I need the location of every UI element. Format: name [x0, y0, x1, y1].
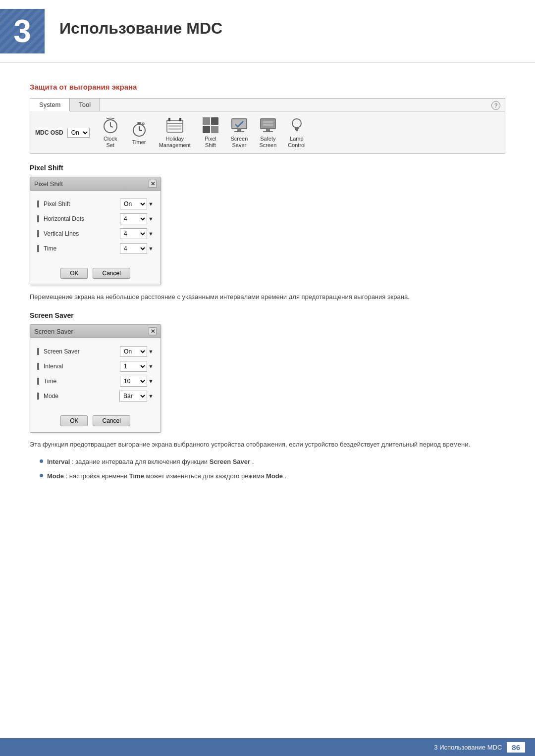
bullet-after-0: .	[252, 458, 254, 465]
tool-timer[interactable]: Timer	[126, 118, 152, 148]
screen-saver-close-button[interactable]: ✕	[149, 327, 157, 335]
screen-saver-description: Эта функция предотвращает выгорание экра…	[30, 440, 505, 450]
ss-row-indicator-1	[37, 363, 39, 370]
bullet-list: Interval : задание интервала для включен…	[40, 457, 505, 482]
pixel-shift-row-0: Pixel Shift OnOff ▼	[37, 199, 154, 209]
svg-rect-27	[261, 119, 275, 128]
svg-line-4	[113, 118, 114, 119]
bullet-mode-ref: Mode	[266, 472, 283, 480]
svg-rect-19	[211, 117, 218, 125]
svg-rect-36	[295, 129, 298, 130]
tool-screen-saver[interactable]: ScreenSaver	[226, 114, 252, 151]
row-indicator-3	[37, 245, 39, 252]
help-button[interactable]: ?	[491, 101, 500, 110]
pixel-shift-select-3[interactable]: 4123	[120, 243, 147, 254]
screen-saver-select-2[interactable]: 1051520	[120, 376, 147, 387]
mdc-osd-label: MDC OSD	[35, 129, 63, 136]
chapter-number: 3	[13, 15, 31, 47]
ss-dropdown-arrow-0: ▼	[148, 349, 154, 354]
bullet-item-mode: Mode : настройка времени Time может изме…	[40, 471, 505, 482]
tab-system[interactable]: System	[30, 99, 70, 111]
mdc-panel-wrapper: System Tool MDC OSD On Off	[30, 98, 505, 154]
pixel-shift-dropdown-arrow-1: ▼	[148, 216, 154, 222]
pixel-shift-dialog-footer: OK Cancel	[30, 263, 160, 285]
bullet-time-ref: Time	[129, 472, 144, 480]
screen-saver-dialog-footer: OK Cancel	[30, 410, 160, 432]
lamp-control-label: LampControl	[288, 136, 305, 149]
bullet-text-1: Mode : настройка времени Time может изме…	[47, 471, 286, 482]
tool-lamp-control[interactable]: LampControl	[284, 114, 310, 151]
pixel-shift-label-3: Time	[37, 245, 120, 252]
screen-saver-heading: Screen Saver	[30, 311, 505, 319]
bullet-term-interval: Interval	[47, 458, 70, 465]
svg-rect-23	[232, 119, 246, 128]
screen-saver-label: ScreenSaver	[230, 136, 248, 149]
lamp-control-icon	[288, 116, 306, 134]
footer-page-number: 86	[507, 742, 525, 753]
tool-holiday-management[interactable]: HolidayManagement	[155, 114, 195, 151]
bullet-screenSaver-ref: Screen Saver	[210, 458, 250, 465]
timer-icon	[130, 120, 148, 138]
pixel-shift-close-button[interactable]: ✕	[149, 180, 157, 188]
mdc-panel: System Tool MDC OSD On Off	[30, 98, 505, 154]
screen-saver-select-0[interactable]: OnOff	[120, 346, 147, 357]
ss-dropdown-arrow-1: ▼	[148, 363, 154, 369]
tool-safety-screen[interactable]: SafetyScreen	[255, 114, 281, 151]
svg-point-9	[142, 123, 144, 125]
screen-saver-select-3[interactable]: BarPixelFade	[119, 391, 147, 402]
screen-saver-row-2: Time 1051520 ▼	[37, 376, 154, 387]
pixel-shift-dropdown-arrow-2: ▼	[148, 231, 154, 237]
bullet-dot-1	[40, 474, 43, 477]
tool-pixel-shift[interactable]: PixelShift	[198, 114, 223, 151]
svg-rect-35	[295, 128, 299, 129]
pixel-shift-select-2[interactable]: 4123	[120, 228, 147, 239]
footer-text: 3 Использование MDC	[434, 744, 502, 751]
page-footer: 3 Использование MDC 86	[0, 738, 535, 756]
mdc-toolbar: MDC OSD On Off	[30, 111, 505, 153]
screen-saver-ok-button[interactable]: OK	[60, 415, 88, 426]
timer-label: Timer	[132, 139, 146, 146]
svg-rect-8	[137, 122, 141, 124]
pixel-shift-icon	[202, 116, 219, 134]
screen-saver-label-0: Screen Saver	[37, 348, 120, 355]
pixel-shift-select-0[interactable]: OnOff	[120, 199, 147, 209]
pixel-shift-ok-button[interactable]: OK	[60, 268, 88, 279]
svg-rect-12	[168, 118, 170, 121]
screen-saver-cancel-button[interactable]: Cancel	[93, 415, 130, 426]
pixel-shift-row-2: Vertical Lines 4123 ▼	[37, 228, 154, 239]
screen-saver-row-1: Interval 123 ▼	[37, 361, 154, 372]
screen-saver-select-1[interactable]: 123	[120, 361, 147, 372]
pixel-shift-row-1: Horizontal Dots 4123 ▼	[37, 213, 154, 224]
safety-screen-icon	[259, 116, 277, 134]
holiday-management-label: HolidayManagement	[159, 136, 191, 149]
screen-saver-row-0: Screen Saver OnOff ▼	[37, 346, 154, 357]
bullet-term-mode: Mode	[47, 472, 64, 480]
ss-row-indicator-2	[37, 378, 39, 385]
pixel-shift-label: PixelShift	[205, 136, 216, 149]
chapter-banner: 3 Использование MDC	[0, 0, 535, 63]
safety-screen-label: SafetyScreen	[259, 136, 276, 149]
section-heading: Защита от выгорания экрана	[30, 83, 505, 91]
row-indicator-2	[37, 230, 39, 237]
svg-rect-18	[203, 117, 210, 125]
pixel-shift-label-2: Vertical Lines	[37, 230, 120, 237]
screen-saver-label-2: Time	[37, 378, 120, 385]
pixel-shift-label-0: Pixel Shift	[37, 201, 120, 207]
pixel-shift-dialog: Pixel Shift ✕ Pixel Shift OnOff ▼ Horizo…	[30, 177, 161, 285]
tab-tool[interactable]: Tool	[70, 99, 100, 111]
bullet-text-0: Interval : задание интервала для включен…	[47, 457, 254, 467]
clock-set-icon	[102, 116, 119, 134]
main-content: Защита от выгорания экрана System Tool M…	[0, 63, 535, 516]
pixel-shift-label-1: Horizontal Dots	[37, 215, 120, 222]
svg-rect-10	[167, 120, 183, 132]
screen-saver-row-3: Mode BarPixelFade ▼	[37, 391, 154, 402]
pixel-shift-cancel-button[interactable]: Cancel	[93, 268, 130, 279]
mdc-osd-select[interactable]: On Off	[67, 128, 90, 138]
pixel-shift-select-1[interactable]: 4123	[120, 213, 147, 224]
svg-rect-25	[234, 131, 244, 132]
svg-rect-20	[203, 126, 210, 133]
tool-clock-set[interactable]: ClockSet	[98, 114, 123, 151]
pixel-shift-dialog-title: Pixel Shift	[34, 180, 63, 188]
chapter-number-block: 3	[0, 9, 45, 53]
ss-row-indicator-0	[37, 348, 39, 355]
